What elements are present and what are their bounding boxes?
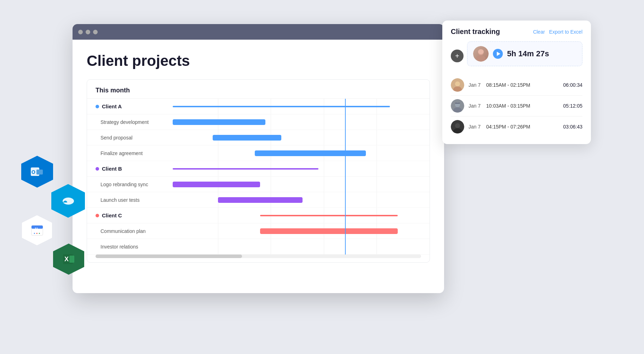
- gantt-scrollbar[interactable]: [96, 255, 421, 258]
- finalize-label: Finalize agreement: [87, 150, 165, 156]
- send-proposal-label: Send proposal: [87, 135, 165, 141]
- entry-3-range: 04:15PM - 07:26PM: [486, 124, 559, 130]
- time-entry-2: Jan 7 10:03AM - 03:15PM 05:12:05: [451, 96, 582, 116]
- clear-button[interactable]: Clear: [533, 29, 545, 35]
- svg-text:X: X: [64, 256, 69, 263]
- svg-text:●: ●: [39, 232, 40, 234]
- gantt-row-client-a: Client A: [87, 99, 430, 114]
- svg-text:O: O: [31, 169, 35, 175]
- integration-outlook: O: [21, 156, 53, 188]
- gantt-row-strategy: Strategy development: [87, 114, 430, 130]
- bar-client-a: [173, 106, 390, 107]
- tracking-header: Client tracking Clear Export to Excel: [451, 28, 582, 36]
- gantt-row-comm-plan: Communication plan: [87, 223, 430, 239]
- investor-label: Investor relations: [87, 244, 165, 250]
- entry-1-date: Jan 7: [468, 82, 482, 88]
- entry-1-avatar: [451, 78, 464, 92]
- bar-client-b: [173, 168, 318, 170]
- entry-1-range: 08:15AM - 02:15PM: [486, 82, 559, 88]
- integration-google-calendar: 31 ● ● ●: [22, 215, 52, 245]
- bar-client-c: [260, 215, 398, 216]
- launch-label: Launch user tests: [87, 197, 165, 203]
- client-c-label: Client C: [87, 212, 165, 218]
- tracking-panel: Client tracking Clear Export to Excel + …: [442, 21, 591, 144]
- entry-2-duration: 05:12:05: [563, 103, 583, 109]
- window-dot-1: [78, 30, 83, 34]
- svg-point-18: [455, 81, 460, 86]
- gantt-row-client-c: Client C: [87, 208, 430, 223]
- entry-3-date: Jan 7: [468, 124, 482, 130]
- page-title: Client projects: [87, 52, 430, 69]
- svg-point-16: [478, 49, 484, 54]
- entry-2-avatar: [451, 99, 464, 113]
- client-c-dot: [96, 214, 99, 217]
- entry-1-duration: 06:00:34: [563, 82, 583, 88]
- time-entry-1: Jan 7 08:15AM - 02:15PM 06:00:34: [451, 75, 582, 96]
- svg-text:●: ●: [36, 232, 38, 234]
- export-button[interactable]: Export to Excel: [549, 29, 582, 35]
- svg-point-15: [476, 55, 485, 62]
- client-b-label: Client B: [87, 166, 165, 172]
- bar-logo: [173, 182, 260, 187]
- bar-comm-plan: [260, 228, 398, 234]
- client-a-dot: [96, 105, 99, 108]
- bar-launch: [218, 197, 303, 203]
- gantt-row-send-proposal: Send proposal: [87, 130, 430, 145]
- gantt-scroll-thumb[interactable]: [96, 255, 242, 258]
- bar-send-proposal: [213, 135, 281, 141]
- add-timer-button[interactable]: +: [451, 50, 464, 62]
- gantt-section-label: This month: [87, 80, 430, 99]
- integration-excel: X: [53, 244, 84, 275]
- entry-3-duration: 03:06:43: [563, 124, 583, 130]
- gantt-row-client-b: Client B: [87, 161, 430, 177]
- svg-point-25: [455, 123, 460, 128]
- entry-2-range: 10:03AM - 03:15PM: [486, 103, 559, 109]
- title-bar: [73, 24, 444, 40]
- gantt-row-finalize: Finalize agreement: [87, 145, 430, 161]
- gantt-row-investor: Investor relations: [87, 239, 430, 255]
- bar-finalize: [255, 150, 366, 156]
- svg-rect-2: [36, 170, 43, 175]
- active-timer-avatar: [473, 46, 489, 62]
- app-window: Client projects This month Clien: [73, 24, 444, 293]
- tracking-title: Client tracking: [451, 28, 500, 36]
- time-entry-3: Jan 7 04:15PM - 07:26PM 03:06:43: [451, 116, 582, 137]
- window-dot-2: [86, 30, 90, 34]
- gantt-row-logo: Logo rebranding sync: [87, 177, 430, 192]
- svg-text:31: 31: [35, 227, 38, 230]
- tracking-actions: Clear Export to Excel: [533, 29, 582, 35]
- client-a-label: Client A: [87, 103, 165, 109]
- bar-strategy: [173, 119, 265, 125]
- gantt-row-launch: Launch user tests: [87, 192, 430, 208]
- active-timer-row: + 5h 14m 27s: [451, 41, 582, 70]
- svg-text:☁: ☁: [63, 198, 67, 204]
- svg-text:●: ●: [34, 232, 35, 234]
- entry-2-date: Jan 7: [468, 103, 482, 109]
- gantt-container: This month Client A: [87, 79, 430, 263]
- comm-plan-label: Communication plan: [87, 228, 165, 234]
- entry-3-avatar: [451, 120, 464, 133]
- active-timer-value: 5h 14m 27s: [507, 49, 549, 58]
- integration-salesforce: ☁: [51, 184, 85, 218]
- svg-rect-23: [455, 103, 460, 104]
- svg-rect-13: [69, 256, 74, 263]
- play-button[interactable]: [493, 49, 503, 59]
- window-dot-3: [93, 30, 98, 34]
- client-b-dot: [96, 167, 99, 171]
- active-timer: 5h 14m 27s: [467, 41, 582, 66]
- strategy-label: Strategy development: [87, 119, 165, 125]
- logo-label: Logo rebranding sync: [87, 182, 165, 187]
